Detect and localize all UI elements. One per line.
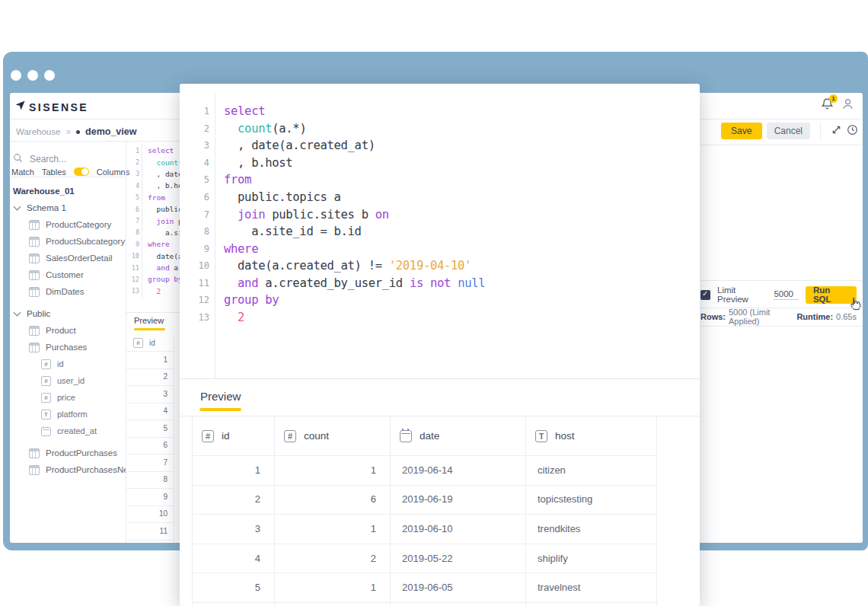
window-dot-1[interactable] [11,70,21,81]
match-toggle[interactable] [74,167,89,176]
divider [10,177,126,177]
sql-code: , b.host [144,181,180,190]
window-dot-3[interactable] [44,70,55,81]
tree-item-label: ProductPurchases [46,448,117,458]
tree-item-productpurchasesnew[interactable]: ProductPurchasesNew [10,461,126,478]
tree-item-productcategory[interactable]: ProductCategory [10,216,126,233]
sql-token: where [148,240,170,248]
tree-item-product[interactable]: Product [10,322,126,339]
calendar-type-icon [400,430,412,442]
divider [180,378,700,379]
cell-id: 7 [126,454,168,471]
run-sql-button[interactable]: Run SQL [806,286,857,304]
sql-line: 11 and a.created_by_user_id is not null [180,274,700,292]
tree-item-label: ProductSubcategory [46,237,125,246]
row-divider [126,540,174,541]
sql-line: 13 2 [126,285,180,297]
tree-item-label: Purchases [46,343,87,352]
tree-item-dimdates[interactable]: DimDates [10,283,126,300]
tree-item-id[interactable]: #id [10,356,126,372]
sql-line: 10 date(a.created_at) != '2019-04-10' [180,257,700,275]
preview-table: #id#countdateThost112019-06-14citizen262… [180,416,700,606]
cancel-button[interactable]: Cancel [767,123,810,139]
tree-item-productpurchases[interactable]: ProductPurchases [10,445,126,461]
tree-item-created-at[interactable]: created_at [10,423,126,439]
tree-item-salesorderdetail[interactable]: SalesOrderDetail [10,250,126,266]
sql-token: , b.host [224,156,292,170]
cell-host: travelnest [525,573,656,602]
breadcrumb-root[interactable]: Warehouse [16,127,60,136]
history-button[interactable] [847,124,858,139]
gutter-divider [142,144,142,298]
sql-code: from [144,193,165,202]
tree-item-platform[interactable]: Tplatform [10,406,126,423]
sql-code: group by [209,293,279,307]
save-button[interactable]: Save [721,123,762,139]
limit-preview-input[interactable]: 5000 [774,289,799,300]
sql-code: public.topics a [144,205,180,213]
number-type-icon: # [41,359,51,369]
match-tables-label[interactable]: Tables [42,167,66,177]
cell-host: citizen [525,455,656,485]
notifications-button[interactable]: 1 [820,97,834,114]
divider [700,280,863,281]
window-dot-2[interactable] [27,70,38,81]
schema-tree: Warehouse_01Schema 1ProductCategoryProdu… [10,183,126,543]
sql-code: , b.host [209,156,292,170]
limit-preview-checkbox[interactable] [700,290,710,300]
sql-token: 2 [156,287,161,295]
table-icon [29,448,40,458]
sql-editor[interactable]: 1select2 count(a.*)3 , date(a.created_at… [180,103,700,326]
line-number: 6 [180,192,209,203]
cell-host: shiplify [525,544,656,573]
line-number: 11 [180,278,209,289]
sql-token: a.created_by_user_id [170,263,180,272]
sql-line: 11 and a.created_by_user_id is not null [126,262,180,273]
tree-item-purchases[interactable]: Purchases [10,339,126,356]
tree-item-user-id[interactable]: #user_id [10,372,126,389]
sql-token [148,158,156,167]
breadcrumb-separator-icon: » [65,126,71,137]
match-columns-label[interactable]: Columns [97,167,129,177]
tree-item-public[interactable]: Public [10,305,126,322]
line-number: 8 [180,226,209,237]
search-input[interactable] [28,153,115,165]
sisense-logo[interactable]: SISENSE [14,100,88,114]
cell-count: 1 [274,514,390,544]
cell-id: 9 [126,488,168,506]
sql-token: 2 [238,311,244,324]
column-header-id[interactable]: #id [192,416,274,455]
tab-preview[interactable]: Preview [134,316,164,325]
logo-text: SISENSE [29,101,88,113]
tree-item-schema-1[interactable]: Schema 1 [10,199,126,216]
column-header-count[interactable]: #count [274,416,390,455]
cell-id: 4 [192,544,274,573]
toggle-knob [81,168,88,175]
column-header-date[interactable]: date [390,416,525,455]
sql-code: public.topics a [209,190,341,204]
sql-code: and a.created_by_user_id is not null [144,263,180,272]
tree-item-customer[interactable]: Customer [10,266,126,283]
tree-item-price[interactable]: #price [10,389,126,406]
tree-item-warehouse-01[interactable]: Warehouse_01 [10,183,126,199]
sql-code: count(a.*) [144,158,180,167]
sql-token [224,276,238,290]
cell-id: 3 [192,514,274,544]
column-header-host[interactable]: Thost [525,416,656,455]
row-divider [192,602,656,603]
sql-code: where [144,240,170,248]
tree-item-productsubcategory[interactable]: ProductSubcategory [10,233,126,250]
column-header-id[interactable]: # id [133,334,155,351]
sql-editor-background[interactable]: 1select2 count(a.*)3 , date(a.created_at… [126,141,180,312]
runtime-label: Runtime: [796,312,833,321]
number-type-icon: # [41,376,51,386]
cell-id: 10 [126,506,168,523]
user-avatar-button[interactable] [841,97,855,114]
cell-count: 6 [274,485,390,515]
divider [700,145,863,145]
expand-button[interactable] [831,124,842,139]
cell-id: 1 [192,455,274,485]
tab-preview[interactable]: Preview [200,390,241,403]
sql-token: a.created_by_user_id [258,276,410,290]
cell-id: 11 [126,522,168,540]
